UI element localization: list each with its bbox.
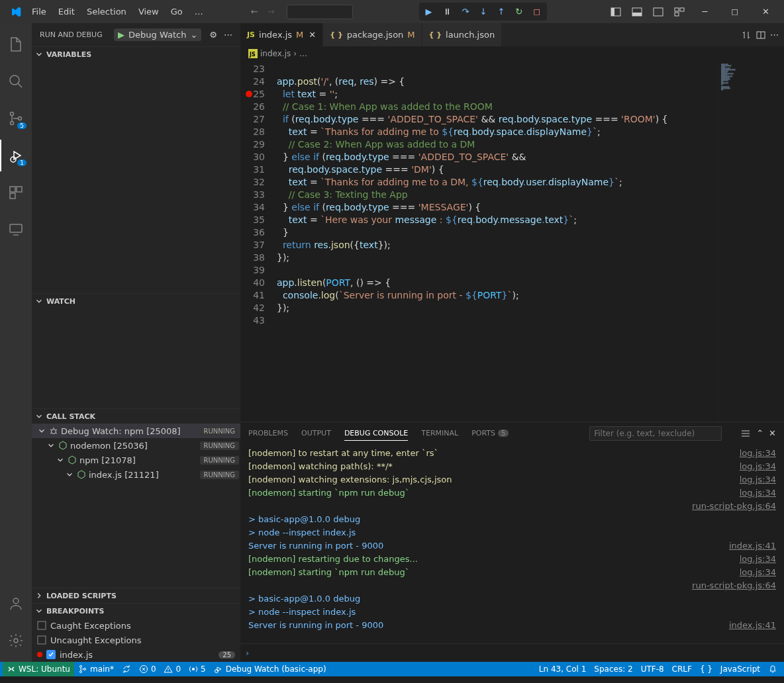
debug-config-select[interactable]: ▶ Debug Watch ⌄ <box>114 28 201 41</box>
menu-view[interactable]: View <box>133 4 164 19</box>
console-source-link[interactable]: log.js:34 <box>740 553 776 566</box>
panel-maximize-icon[interactable]: ⌃ <box>756 428 763 439</box>
menu-go[interactable]: Go <box>166 4 188 19</box>
activity-search-icon[interactable] <box>0 66 32 97</box>
panel-tab-debug-console[interactable]: DEBUG CONSOLE <box>344 426 408 441</box>
menu-edit[interactable]: Edit <box>53 4 80 19</box>
sb-ln-col[interactable]: Ln 43, Col 1 <box>535 664 591 674</box>
console-source-link[interactable]: run-script-pkg.js:64 <box>692 500 776 513</box>
editor-body[interactable]: 2324252627282930313233343536373839404142… <box>240 61 784 422</box>
tab-package-json[interactable]: { }package.jsonM <box>323 23 422 46</box>
menu-file[interactable]: File <box>26 4 52 19</box>
tab-index-js[interactable]: JSindex.jsM✕ <box>240 23 323 46</box>
console-source-link[interactable]: log.js:34 <box>740 447 776 460</box>
minimize-button[interactable]: ─ <box>693 1 716 22</box>
svg-point-19 <box>52 430 56 434</box>
breakpoints-header[interactable]: BREAKPOINTS <box>32 604 240 618</box>
tab-close-icon[interactable]: ✕ <box>309 30 316 40</box>
console-source-link[interactable]: log.js:34 <box>740 486 776 500</box>
debug-pause-icon[interactable]: ⏸ <box>439 4 456 19</box>
bp-caught[interactable]: Caught Exceptions <box>32 618 240 633</box>
console-source-link[interactable]: log.js:34 <box>740 473 776 486</box>
breadcrumb[interactable]: JS index.js › … <box>240 46 784 61</box>
breakpoint-dot-icon <box>37 652 42 657</box>
console-input[interactable]: › <box>240 643 784 662</box>
console-source-link[interactable]: log.js:34 <box>740 460 776 473</box>
sidebar-more-icon[interactable]: ⋯ <box>224 30 232 40</box>
tab-launch-json[interactable]: { }launch.json <box>422 23 503 46</box>
command-center[interactable] <box>287 5 353 19</box>
bp-uncaught[interactable]: Uncaught Exceptions <box>32 633 240 647</box>
debug-step-out-icon[interactable]: ↑ <box>493 4 509 19</box>
debug-restart-icon[interactable]: ↻ <box>511 4 526 19</box>
breakpoint-dot-icon[interactable] <box>246 91 252 97</box>
console-settings-icon[interactable] <box>740 428 751 439</box>
menu-selection[interactable]: Selection <box>81 4 132 19</box>
tab-label: package.json <box>347 30 404 40</box>
panel-tab-problems[interactable]: PROBLEMS <box>248 426 288 440</box>
panel-tab-ports[interactable]: PORTS5 <box>471 426 509 440</box>
activity-extensions-icon[interactable] <box>0 177 32 208</box>
console-source-link[interactable]: run-script-pkg.js:64 <box>692 579 776 592</box>
sb-branch[interactable]: main* <box>74 664 118 674</box>
sb-spaces[interactable]: Spaces: 2 <box>590 664 636 674</box>
layout-panel-icon[interactable] <box>629 4 645 20</box>
bp-file[interactable]: index.js 25 <box>32 647 240 662</box>
gear-icon[interactable]: ⚙ <box>209 30 217 40</box>
minimap[interactable]: ████████████████████████████████████████… <box>718 61 784 422</box>
debug-step-over-icon[interactable]: ↷ <box>458 4 473 19</box>
callstack-item[interactable]: nodemon [25036]RUNNING <box>32 438 240 453</box>
layout-customize-icon[interactable] <box>671 4 687 20</box>
callstack-item[interactable]: Debug Watch: npm [25008]RUNNING <box>32 424 240 438</box>
variables-header[interactable]: VARIABLES <box>32 47 240 62</box>
close-button[interactable]: ✕ <box>753 1 779 22</box>
sb-lang[interactable]: { } JavaScript <box>696 664 764 674</box>
split-icon[interactable] <box>756 30 766 40</box>
layout-secondary-icon[interactable] <box>650 4 666 20</box>
tab-more-icon[interactable]: ⋯ <box>770 30 779 40</box>
compare-icon[interactable] <box>741 30 752 40</box>
sb-errors[interactable]: 0 0 <box>135 664 185 674</box>
panel-tab-output[interactable]: OUTPUT <box>301 426 331 440</box>
sb-eol[interactable]: CRLF <box>668 664 696 674</box>
loaded-scripts-header[interactable]: LOADED SCRIPTS <box>32 588 240 603</box>
panel-close-icon[interactable]: ✕ <box>769 428 776 439</box>
console-body[interactable]: [nodemon] to restart at any time, enter … <box>240 444 784 643</box>
nav-forward-icon[interactable]: → <box>265 4 277 19</box>
activity-remote-icon[interactable] <box>0 214 32 246</box>
callstack-header[interactable]: CALL STACK <box>32 409 240 424</box>
watch-header[interactable]: WATCH <box>32 294 240 308</box>
activity-explorer-icon[interactable] <box>0 28 32 60</box>
layout-primary-icon[interactable] <box>608 4 624 20</box>
callstack-item[interactable]: index.js [21121]RUNNING <box>32 467 240 482</box>
callstack-item[interactable]: npm [21078]RUNNING <box>32 453 240 467</box>
activity-settings-icon[interactable] <box>0 625 32 657</box>
debug-stop-icon[interactable]: ◻ <box>529 4 544 19</box>
svg-rect-6 <box>680 8 684 11</box>
sb-encoding[interactable]: UTF-8 <box>637 664 668 674</box>
running-badge: RUNNING <box>200 427 239 435</box>
code-content[interactable]: app.post('/', (req, res) => { let text =… <box>277 61 718 422</box>
maximize-button[interactable]: ◻ <box>722 1 748 22</box>
sb-sync[interactable] <box>118 664 135 674</box>
console-filter-input[interactable] <box>589 426 722 441</box>
sb-remote[interactable]: WSL: Ubuntu <box>3 662 74 676</box>
running-badge: RUNNING <box>200 456 239 465</box>
sb-ports[interactable]: 5 <box>185 664 210 674</box>
console-source-link[interactable]: index.js:41 <box>729 539 776 553</box>
nav-back-icon[interactable]: ← <box>248 4 261 19</box>
svg-point-25 <box>79 666 81 668</box>
activity-debug-icon[interactable]: 1 <box>0 140 32 171</box>
svg-rect-5 <box>675 8 679 11</box>
menu-more[interactable]: … <box>189 4 209 19</box>
sb-debug-config[interactable]: Debug Watch (basic-app) <box>210 664 330 674</box>
sb-notifications[interactable] <box>764 664 781 674</box>
panel-tab-terminal[interactable]: TERMINAL <box>421 426 458 440</box>
console-source-link[interactable]: log.js:34 <box>740 566 776 579</box>
console-source-link[interactable]: index.js:41 <box>729 619 776 632</box>
editor-area: JSindex.jsM✕{ }package.jsonM{ }launch.js… <box>240 23 784 662</box>
debug-continue-icon[interactable]: ▶ <box>422 4 436 19</box>
activity-scm-icon[interactable]: 5 <box>0 103 32 134</box>
activity-accounts-icon[interactable] <box>0 588 32 619</box>
debug-step-into-icon[interactable]: ↓ <box>475 4 491 19</box>
